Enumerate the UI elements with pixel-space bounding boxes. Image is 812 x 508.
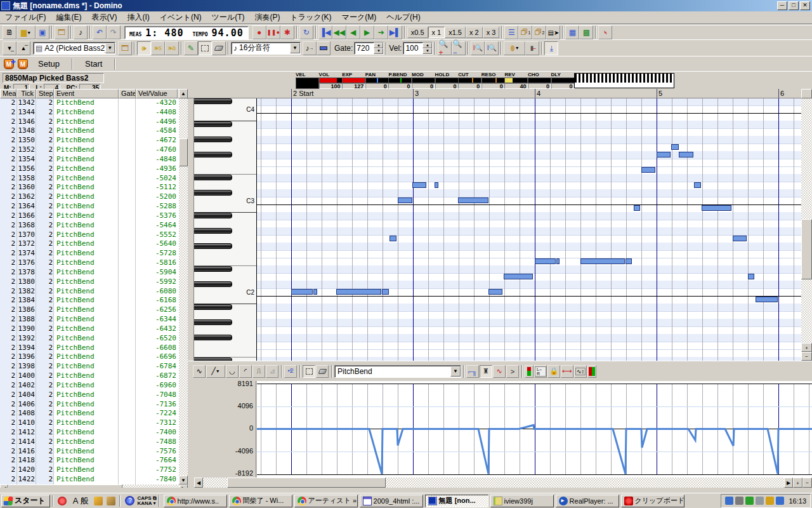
new-file-button[interactable]: 🗎 xyxy=(3,25,16,39)
taskbar-button[interactable]: 2009_4html :... xyxy=(360,495,423,507)
menu-item[interactable]: ツール(T) xyxy=(207,11,250,24)
midi-note[interactable] xyxy=(412,182,426,188)
event-row[interactable]: 213582PitchBend-5024 xyxy=(0,174,179,184)
curve-down-tool-button[interactable]: ◜ xyxy=(239,365,252,378)
graph-zoom-out-button[interactable]: − xyxy=(802,478,812,488)
im-icon[interactable] xyxy=(725,497,733,505)
measure-tool-button[interactable]: ⊿ xyxy=(266,365,278,378)
midi-note[interactable] xyxy=(671,144,679,150)
event-scroll-down-button[interactable]: ▼ xyxy=(179,476,188,485)
meter-bar[interactable] xyxy=(296,77,319,89)
marker-add-icon[interactable]: M✚ xyxy=(4,59,14,69)
event-row[interactable]: 213442PitchBend-4408 xyxy=(0,108,179,117)
speaker-button[interactable]: 🕪 xyxy=(137,41,151,55)
loop-button[interactable]: ↻ xyxy=(299,25,313,39)
speaker-all-button[interactable]: 🕪a xyxy=(165,41,179,55)
curve-up-tool-button[interactable]: ◡ xyxy=(226,365,239,378)
graph-zoom-in-button[interactable]: ＋ xyxy=(793,478,802,488)
piano-key-black[interactable] xyxy=(194,152,232,157)
zoom-in-v-button[interactable]: Ⅰ🔍 xyxy=(471,41,485,55)
pitchbend-curve[interactable] xyxy=(257,425,812,474)
stretch-button[interactable]: ⟷ xyxy=(561,365,573,378)
pan-lr-button[interactable]: L–R xyxy=(534,365,547,378)
event-row[interactable]: 214082PitchBend-7224 xyxy=(0,409,179,418)
menu-item[interactable]: マーク(M) xyxy=(337,11,382,24)
event-row[interactable]: 213902PitchBend-6432 xyxy=(0,324,179,334)
taskbar-button[interactable]: クリップボード0... xyxy=(621,495,684,507)
roll-zoom-out-button[interactable]: − xyxy=(801,352,812,361)
taskbar-button[interactable]: アーティスト »... xyxy=(294,495,358,507)
gate-spinner[interactable]: 720 ▲▼ xyxy=(354,42,384,55)
lfo-wave-button[interactable]: ∿ xyxy=(493,365,506,378)
midi-note[interactable] xyxy=(398,197,412,203)
event-row[interactable]: 213802PitchBend-5992 xyxy=(0,277,179,287)
pitchbend-graph[interactable] xyxy=(257,381,812,478)
volume-icon[interactable] xyxy=(776,497,784,505)
midi-note[interactable] xyxy=(504,274,533,279)
start-marker[interactable]: Start xyxy=(75,59,112,69)
event-row[interactable]: 213762PitchBend-5816 xyxy=(0,258,179,268)
pianoroll-view-2-button[interactable]: 🗇2 xyxy=(532,25,546,39)
graph-eraser-button[interactable] xyxy=(316,365,329,378)
menu-item[interactable]: イベント(N) xyxy=(155,11,207,24)
ime-help-icon[interactable]: ? xyxy=(125,496,134,505)
event-header-velvalue[interactable]: Vel/Value xyxy=(136,89,178,98)
speaker-solo-button[interactable]: 🕪s xyxy=(151,41,165,55)
track-selector[interactable]: ▤ A2 (Picked Bass2) ▼ xyxy=(33,42,115,55)
roll-scrollbar-thumb[interactable] xyxy=(801,219,812,279)
event-row[interactable]: 213542PitchBend-4848 xyxy=(0,155,179,164)
roll-zoom-in-button[interactable]: ＋ xyxy=(801,343,812,352)
measure-ruler[interactable]: 2 Start3456 xyxy=(188,89,812,98)
speed-button[interactable]: x 3 xyxy=(483,27,500,38)
settings-gear-button[interactable]: ✱ xyxy=(280,25,294,39)
event-row[interactable]: 213682PitchBend-5464 xyxy=(0,221,179,231)
minimize-button[interactable]: ─ xyxy=(777,1,787,10)
lock-button[interactable]: 🔒 xyxy=(547,365,560,378)
velocity-meter-button[interactable] xyxy=(525,365,534,378)
event-row[interactable]: 213782PitchBend-5904 xyxy=(0,268,179,277)
meter-bar[interactable] xyxy=(342,77,365,83)
caps-kana-indicator[interactable]: CAPS ⧉ KANA ▾ xyxy=(137,496,156,506)
zoom-in-h-button[interactable]: 🔍+ xyxy=(438,41,452,55)
graph-type-dropdown[interactable]: ▼ xyxy=(450,366,461,377)
graph-hscrollbar[interactable]: ◀ ▶ ＋ − xyxy=(188,478,812,488)
step-forward-button[interactable]: ➔ xyxy=(374,25,388,39)
go-start-button[interactable]: ▐◀ xyxy=(318,25,332,39)
zoom-out-h-button[interactable]: 🔍− xyxy=(452,41,466,55)
vel-up-button[interactable]: ▲ xyxy=(422,43,432,48)
event-list-view-button[interactable]: ☰ xyxy=(504,25,518,39)
go-end-button[interactable]: ▶▌ xyxy=(388,25,402,39)
event-row[interactable]: 213942PitchBend-6608 xyxy=(0,344,179,353)
note-length-selector[interactable]: ♪ 16分音符 ▼ xyxy=(231,42,301,55)
event-row[interactable]: 213822PitchBend-6080 xyxy=(0,287,179,297)
wrench-button[interactable]: ⌁ xyxy=(598,25,612,39)
meter-bar[interactable] xyxy=(388,77,412,83)
event-row[interactable]: 214042PitchBend-7048 xyxy=(0,391,179,400)
event-row[interactable]: 214102PitchBend-7312 xyxy=(0,418,179,428)
event-scrollbar-thumb[interactable] xyxy=(179,138,188,166)
event-row[interactable]: 214022PitchBend-6960 xyxy=(0,381,179,391)
event-header-mea[interactable]: Mea xyxy=(0,89,16,98)
event-header-event[interactable]: Event xyxy=(54,89,119,98)
line-tool-button[interactable]: ╱▼ xyxy=(206,365,225,378)
menu-item[interactable]: トラック(K) xyxy=(285,11,336,24)
event-row[interactable]: 213922PitchBend-6520 xyxy=(0,334,179,344)
midi-setup-button[interactable]: ♪ xyxy=(74,25,88,39)
taskbar-button[interactable]: iview399j xyxy=(490,495,554,507)
midi-note[interactable] xyxy=(458,197,488,203)
meter-bar[interactable] xyxy=(365,77,389,83)
midi-note[interactable] xyxy=(390,236,396,241)
event-row[interactable]: 213482PitchBend-4584 xyxy=(0,126,179,136)
event-row[interactable]: 213642PitchBend-5288 xyxy=(0,202,179,211)
vel-spinner[interactable]: 100 ▲▼ xyxy=(403,42,433,55)
dot-line-tool-button[interactable]: •ᘖ xyxy=(284,365,297,378)
event-row[interactable]: 213502PitchBend-4672 xyxy=(0,136,179,145)
meter-bar[interactable] xyxy=(319,77,343,83)
graph-scroll-left-button[interactable]: ◀ xyxy=(194,478,203,488)
meter-bar[interactable] xyxy=(412,77,435,83)
piano-key-black[interactable] xyxy=(194,137,232,142)
piano-key-black[interactable] xyxy=(194,228,232,234)
close-button[interactable]: ✕ xyxy=(800,1,810,10)
piano-key-black[interactable] xyxy=(194,281,232,287)
event-row[interactable]: 213882PitchBend-6344 xyxy=(0,315,179,324)
